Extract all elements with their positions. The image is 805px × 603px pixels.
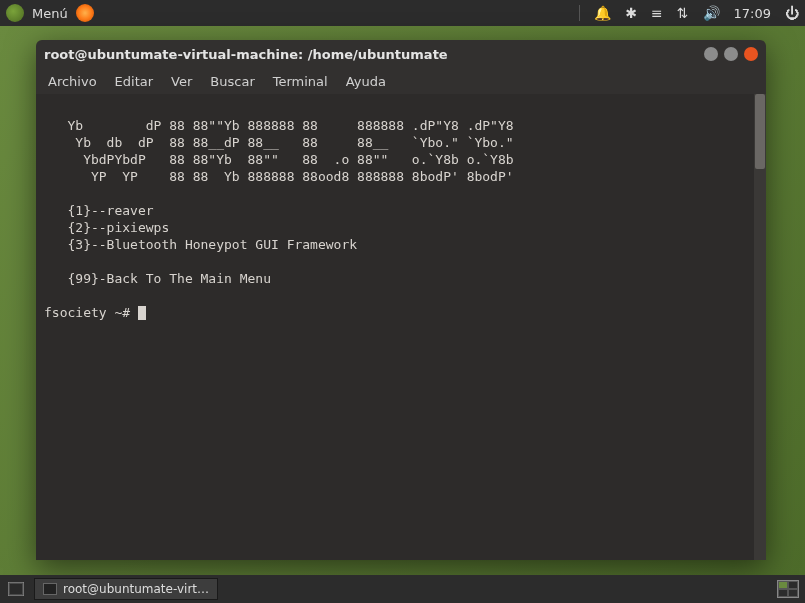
menu-buscar[interactable]: Buscar — [210, 74, 254, 89]
bluetooth-icon[interactable]: ✱ — [625, 5, 637, 21]
ascii-line: Yb dP 88 88""Yb 888888 88 888888 .dP"Y8 … — [44, 118, 514, 133]
show-desktop-icon[interactable] — [6, 579, 26, 599]
menu-editar[interactable]: Editar — [115, 74, 154, 89]
menu-option: {3}--Bluetooth Honeypot GUI Framework — [44, 237, 357, 252]
cursor-icon — [138, 306, 146, 320]
scrollbar-thumb[interactable] — [755, 94, 765, 169]
taskbar-item-terminal[interactable]: root@ubuntumate-virt… — [34, 578, 218, 600]
menu-option: {99}-Back To The Main Menu — [44, 271, 271, 286]
terminal-body[interactable]: Yb dP 88 88""Yb 888888 88 888888 .dP"Y8 … — [36, 94, 766, 560]
maximize-button[interactable] — [724, 47, 738, 61]
minimize-button[interactable] — [704, 47, 718, 61]
workspace-1[interactable] — [778, 581, 788, 589]
terminal-window: root@ubuntumate-virtual-machine: /home/u… — [36, 40, 766, 560]
window-title: root@ubuntumate-virtual-machine: /home/u… — [44, 47, 698, 62]
svg-rect-1 — [10, 584, 22, 594]
bottom-panel: root@ubuntumate-virt… — [0, 575, 805, 603]
mate-logo-icon[interactable] — [6, 4, 24, 22]
ascii-line: Yb db dP 88 88__dP 88__ 88 88__ `Ybo." `… — [44, 135, 514, 150]
titlebar[interactable]: root@ubuntumate-virtual-machine: /home/u… — [36, 40, 766, 68]
menu-icon[interactable]: ≡ — [651, 5, 663, 21]
prompt: fsociety ~# — [44, 305, 138, 320]
menubar: Archivo Editar Ver Buscar Terminal Ayuda — [36, 68, 766, 94]
scrollbar[interactable] — [754, 94, 766, 560]
ascii-line: YbdPYbdP 88 88"Yb 88"" 88 .o 88"" o.`Y8b… — [44, 152, 514, 167]
menu-ayuda[interactable]: Ayuda — [346, 74, 386, 89]
workspace-3[interactable] — [778, 589, 788, 597]
bell-icon[interactable]: 🔔 — [594, 5, 611, 21]
menu-archivo[interactable]: Archivo — [48, 74, 97, 89]
menu-option: {1}--reaver — [44, 203, 154, 218]
ascii-line: YP YP 88 88 Yb 888888 88ood8 888888 8bod… — [44, 169, 514, 184]
workspace-switcher[interactable] — [777, 580, 799, 598]
terminal-icon — [43, 583, 57, 595]
top-panel: Menú 🔔 ✱ ≡ ⇅ 🔊 17:09 ⏻ — [0, 0, 805, 26]
close-button[interactable] — [744, 47, 758, 61]
workspace-4[interactable] — [788, 589, 798, 597]
firefox-icon[interactable] — [76, 4, 94, 22]
menu-option: {2}--pixiewps — [44, 220, 169, 235]
workspace-2[interactable] — [788, 581, 798, 589]
menu-terminal[interactable]: Terminal — [273, 74, 328, 89]
taskbar-item-label: root@ubuntumate-virt… — [63, 582, 209, 596]
volume-icon[interactable]: 🔊 — [703, 5, 720, 21]
menu-label[interactable]: Menú — [32, 6, 68, 21]
menu-ver[interactable]: Ver — [171, 74, 192, 89]
power-icon[interactable]: ⏻ — [785, 5, 799, 21]
desktop: root@ubuntumate-virtual-machine: /home/u… — [0, 26, 805, 575]
clock[interactable]: 17:09 — [734, 6, 771, 21]
tray-separator — [579, 5, 580, 21]
network-icon[interactable]: ⇅ — [677, 5, 689, 21]
